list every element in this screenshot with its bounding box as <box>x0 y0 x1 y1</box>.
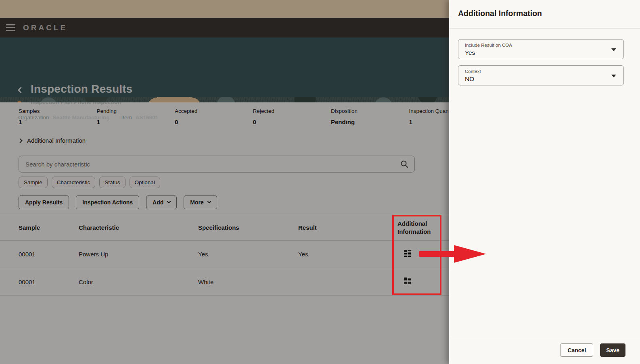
save-button[interactable]: Save <box>600 343 625 357</box>
additional-information-drawer: Additional Information Include Result on… <box>449 0 640 364</box>
drawer-footer-divider <box>449 338 640 338</box>
modal-dim-overlay <box>0 0 449 364</box>
cancel-button[interactable]: Cancel <box>560 343 593 357</box>
main-content-region: ORACLE Inspection Results Inspection Pla… <box>0 0 449 364</box>
drawer-footer-buttons: Cancel Save <box>560 343 625 357</box>
dropdown-caret-icon <box>611 75 616 77</box>
dropdown-caret-icon <box>611 48 616 51</box>
context-select[interactable]: Context NO <box>458 65 624 85</box>
drawer-title: Additional Information <box>458 9 542 18</box>
include-result-on-coa-select[interactable]: Include Result on COA Yes <box>458 39 624 59</box>
drawer-title-divider <box>449 28 640 29</box>
